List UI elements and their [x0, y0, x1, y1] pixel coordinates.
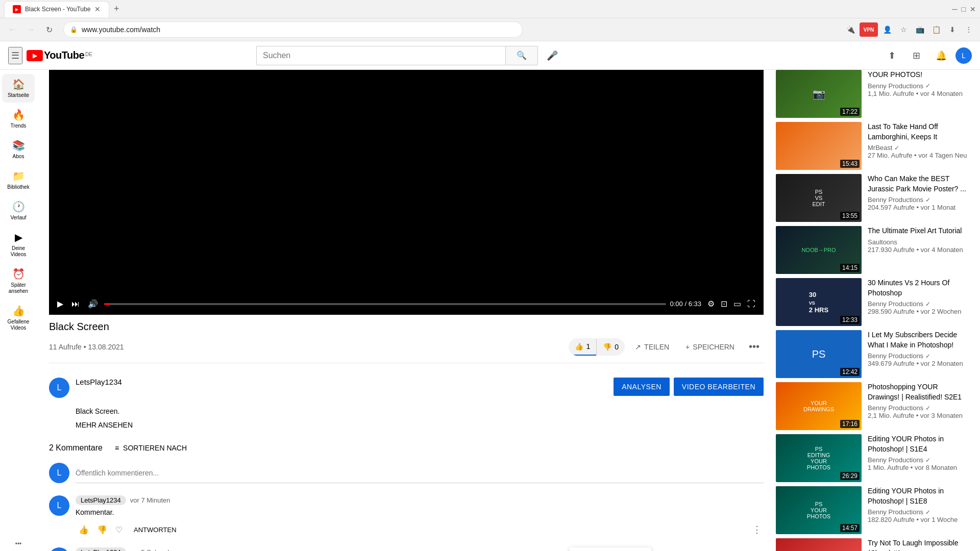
edit-video-button[interactable]: VIDEO BEARBEITEN [674, 378, 764, 396]
sidebar-video-1[interactable]: 15:43 Last To Take Hand Off Lamborghini,… [776, 122, 972, 170]
author-chip-1[interactable]: LetsPlay1234 [76, 495, 126, 505]
vpn-button[interactable]: VPN [860, 22, 878, 37]
like-button[interactable]: 👍 1 [569, 338, 597, 356]
cast-button[interactable]: 📺 [913, 22, 927, 37]
avatar[interactable]: L [955, 47, 972, 64]
sidebar-more-item[interactable]: ••• [15, 539, 22, 547]
apps-button[interactable]: ⊞ [906, 45, 927, 66]
more-options-button[interactable]: ••• [745, 337, 764, 357]
settings-button[interactable]: ⚙ [705, 297, 717, 311]
video-actions: 👍 1 👎 0 ↗ TEILEN + [569, 337, 764, 357]
sidebar-duration-6: 17:16 [840, 420, 860, 428]
voice-search-button[interactable]: 🎤 [542, 45, 562, 66]
sidebar-channel-5: Benny Productions ✓ [868, 352, 970, 360]
yt-logo-text: YouTube [44, 49, 84, 61]
sidebar-video-2[interactable]: PSVSEDIT 13:55 Who Can Make the BEST Jur… [776, 174, 972, 222]
next-button[interactable]: ⏭ [69, 297, 82, 311]
sidebar-toggle-button[interactable]: ☰ [8, 47, 22, 64]
comment-body-2: LetsPlay1234 vor 5 Sekunden Kommentar 2.… [76, 547, 764, 551]
notifications-button[interactable]: 🔔 [931, 45, 951, 66]
tab-close-button[interactable]: ✕ [94, 5, 101, 13]
sidebar-video-title-2: Who Can Make the BEST Jurassic Park Movi… [868, 174, 970, 194]
comment-heart-button-1[interactable]: ♡ [112, 523, 126, 537]
watch-later-icon: ⏰ [12, 268, 25, 280]
sidebar-video-7[interactable]: PSEDITINGYOURPHOTOS 26:29 Editing YOUR P… [776, 434, 972, 482]
sidebar-video-title-8: Editing YOUR Photos in Photoshop! | S1E8 [868, 486, 970, 506]
yt-logo[interactable]: YouTube DE [27, 49, 92, 61]
minimize-button[interactable]: ─ [952, 5, 958, 13]
menu-button[interactable]: ⋮ [962, 22, 976, 37]
browser-chrome: Black Screen - YouTube ✕ + ─ □ ✕ ← → ↻ 🔒… [0, 0, 980, 41]
sidebar-video-info-0: YOUR PHOTOS! Benny Productions ✓ 1,1 Mio… [866, 70, 972, 118]
sidebar-channel-6: Benny Productions ✓ [868, 404, 970, 412]
comment-dislike-button-1[interactable]: 👎 [94, 523, 110, 537]
sidebar-item-library[interactable]: 📁 Bibliothek [2, 166, 35, 194]
commenter-avatar: L [49, 463, 69, 483]
sidebar-liked-label: Gefallene Videos [4, 319, 33, 331]
video-description: Black Screen. [76, 406, 764, 417]
sidebar-video-title-1: Last To Take Hand Off Lamborghini, Keeps… [868, 122, 970, 142]
share-button[interactable]: ↗ TEILEN [629, 339, 675, 355]
sidebar-thumb-7: PSEDITINGYOURPHOTOS 26:29 [776, 434, 862, 482]
save-button[interactable]: + SPEICHERN [679, 339, 741, 355]
trending-icon: 🔥 [12, 109, 25, 121]
download-button[interactable]: ⬇ [945, 22, 960, 37]
search-input[interactable] [256, 46, 505, 65]
sidebar-item-subscriptions[interactable]: 📚 Abos [2, 135, 35, 164]
sidebar-video-0[interactable]: 📷 17:22 YOUR PHOTOS! Benny Productions ✓… [776, 70, 972, 118]
miniplayer-button[interactable]: ⊡ [719, 297, 729, 311]
sidebar-watch-later-label: Später ansehen [4, 282, 33, 294]
sidebar-item-trending[interactable]: 🔥 Trends [2, 105, 35, 133]
verified-icon-1: ✓ [894, 144, 899, 152]
sidebar-video-title-9: Try Not To Laugh Impossible (Clean) #1 [868, 538, 970, 551]
sidebar-video-3[interactable]: NOOB→PRO 14:15 The Ultimate Pixel Art Tu… [776, 226, 972, 274]
dislike-button[interactable]: 👎 0 [596, 339, 625, 355]
reload-button[interactable]: ↻ [41, 21, 57, 38]
forward-button[interactable]: → [22, 21, 39, 38]
search-button[interactable]: 🔍 [505, 46, 538, 65]
volume-button[interactable]: 🔊 [86, 297, 100, 311]
channel-details: LetsPlay1234 [76, 378, 607, 388]
play-button[interactable]: ▶ [55, 297, 65, 311]
liked-icon: 👍 [12, 305, 25, 317]
comment-more-button-1[interactable]: ⋮ [750, 522, 764, 537]
address-bar[interactable]: 🔒 www.youtube.com/watch [63, 21, 523, 38]
yt-logo-icon [27, 50, 43, 61]
comment-input[interactable] [76, 463, 764, 483]
show-more-button[interactable]: MEHR ANSEHEN [76, 421, 133, 429]
comment-reply-button-1[interactable]: ANTWORTEN [128, 523, 183, 537]
upload-button[interactable]: ⬆ [882, 45, 902, 66]
sidebar-item-home[interactable]: 🏠 Startseite [2, 74, 35, 103]
comment-like-button-1[interactable]: 👍 [76, 523, 92, 537]
profile-button[interactable]: 👤 [880, 22, 894, 37]
sidebar-channel-0: Benny Productions ✓ [868, 82, 970, 90]
fullscreen-button[interactable]: ⛶ [745, 297, 757, 311]
new-tab-button[interactable]: + [109, 2, 124, 16]
sidebar-item-your-videos[interactable]: ▶ Deine Videos [2, 227, 35, 262]
close-button[interactable]: ✕ [970, 5, 976, 13]
sidebar-video-8[interactable]: PSYOURPHOTOS 14:57 Editing YOUR Photos i… [776, 486, 972, 534]
history-button[interactable]: 📋 [929, 22, 943, 37]
video-stats: 11 Aufrufe • 13.08.2021 [49, 343, 124, 351]
sidebar-video-4[interactable]: 30VS2 HRS 12:33 30 Minutes Vs 2 Hours Of… [776, 278, 972, 326]
sidebar-video-6[interactable]: YOURDRAWINGS 17:16 Photoshopping YOUR Dr… [776, 382, 972, 430]
star-button[interactable]: ☆ [896, 22, 911, 37]
sort-button[interactable]: ≡ SORTIEREN NACH [115, 444, 187, 452]
back-button[interactable]: ← [4, 21, 20, 38]
sidebar-item-watch-later[interactable]: ⏰ Später ansehen [2, 264, 35, 298]
theater-button[interactable]: ▭ [731, 297, 743, 311]
sidebar-video-title-0: YOUR PHOTOS! [868, 70, 970, 80]
extensions-button[interactable]: 🔌 [843, 22, 857, 37]
sidebar-video-5[interactable]: PS 12:42 I Let My Subscribers Decide Wha… [776, 330, 972, 378]
author-chip-2[interactable]: LetsPlay1234 [76, 547, 126, 551]
analyze-button[interactable]: ANALYSEN [614, 378, 670, 396]
sidebar-video-9[interactable]: Try Not To Laugh Impossible (Clean) #1 [776, 538, 972, 551]
save-icon: + [685, 343, 690, 351]
sidebar-item-history[interactable]: 🕐 Verlauf [2, 196, 35, 225]
sidebar-item-liked[interactable]: 👍 Gefallene Videos [2, 300, 35, 335]
active-tab[interactable]: Black Screen - YouTube ✕ [4, 1, 109, 17]
channel-name[interactable]: LetsPlay1234 [76, 378, 607, 386]
progress-bar[interactable] [104, 303, 666, 305]
maximize-button[interactable]: □ [962, 5, 966, 13]
comment-input-row: L [49, 463, 764, 483]
